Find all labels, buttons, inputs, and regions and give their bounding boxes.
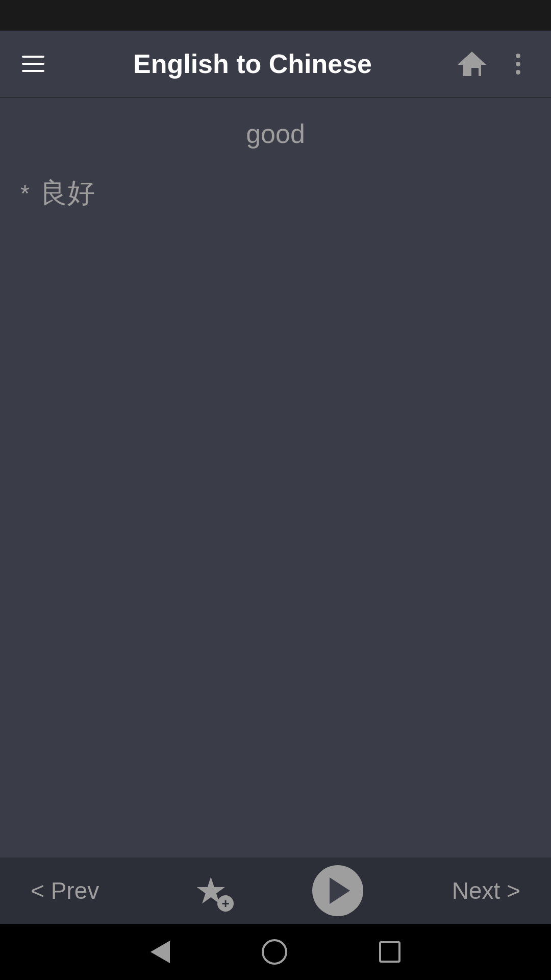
menu-line-3 xyxy=(22,70,44,72)
more-options-icon xyxy=(516,54,520,75)
recents-icon[interactable] xyxy=(379,941,400,963)
plus-badge: + xyxy=(217,895,234,912)
page-title: English to Chinese xyxy=(51,48,454,79)
back-icon[interactable] xyxy=(151,941,170,963)
menu-button[interactable] xyxy=(15,46,51,82)
prev-label: < Prev xyxy=(31,877,99,904)
more-options-button[interactable] xyxy=(500,46,536,82)
app-bar: English to Chinese xyxy=(0,31,551,97)
menu-line-2 xyxy=(22,63,44,65)
prev-button[interactable]: < Prev xyxy=(20,872,109,910)
status-bar xyxy=(0,0,551,31)
menu-line-1 xyxy=(22,56,44,58)
chinese-translation: 良好 xyxy=(40,175,95,212)
home-icon xyxy=(460,52,484,76)
next-button[interactable]: Next > xyxy=(442,872,531,910)
system-nav-bar xyxy=(0,924,551,980)
english-word: good xyxy=(20,118,531,149)
play-icon xyxy=(330,877,350,904)
star-add-button[interactable]: ★ + xyxy=(188,868,234,914)
bottom-bar: < Prev ★ + Next > xyxy=(0,857,551,924)
play-button[interactable] xyxy=(312,865,363,916)
circle-home-icon[interactable] xyxy=(262,939,287,965)
translation-entry: * 良好 xyxy=(20,175,531,212)
bullet-marker: * xyxy=(20,180,30,207)
home-button[interactable] xyxy=(454,46,490,82)
main-content: good * 良好 xyxy=(0,98,551,857)
next-label: Next > xyxy=(452,877,520,904)
app-bar-actions xyxy=(454,46,536,82)
